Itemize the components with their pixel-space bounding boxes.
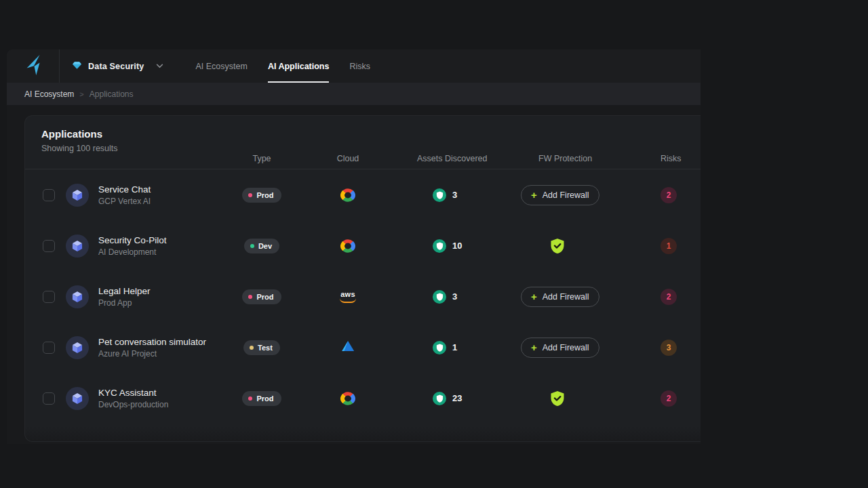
assets-shield-icon <box>433 239 446 253</box>
column-header-type: Type <box>222 154 302 163</box>
gcp-cloud-icon <box>340 188 355 201</box>
env-dot-icon <box>248 295 252 299</box>
table-row[interactable]: KYC Assistant DevOps-production Prod 23 <box>25 373 701 424</box>
app-cube-icon <box>66 235 89 258</box>
app-name[interactable]: Legal Helper <box>98 286 151 296</box>
risk-count-badge[interactable]: 1 <box>660 238 677 254</box>
env-dot-icon <box>248 193 252 197</box>
assets-count: 23 <box>452 393 462 403</box>
azure-cloud-icon <box>341 340 355 355</box>
fw-cell: + Add Firewall <box>500 287 629 307</box>
content-area: Applications Showing 100 results Type Cl… <box>7 105 701 444</box>
tab-ai-ecosystem[interactable]: AI Ecosystem <box>196 49 248 83</box>
risk-count-badge[interactable]: 3 <box>660 340 677 356</box>
fw-cell <box>500 390 629 407</box>
aws-cloud-icon: aws <box>340 291 356 303</box>
table-row[interactable]: Pet conversation simulator Azure AI Proj… <box>25 322 701 373</box>
app-cube-icon <box>66 184 89 207</box>
app-cube-icon <box>66 336 89 359</box>
nav-tabs: AI Ecosystem AI Applications Risks <box>196 49 371 83</box>
row-checkbox[interactable] <box>43 342 55 354</box>
app-name[interactable]: KYC Assistant <box>98 388 168 398</box>
assets-count: 3 <box>452 291 457 302</box>
app-subtitle: Azure AI Project <box>98 349 206 359</box>
cloud-cell <box>302 391 394 406</box>
env-dot-icon <box>250 244 254 248</box>
row-checkbox[interactable] <box>43 291 55 303</box>
add-firewall-button[interactable]: + Add Firewall <box>521 185 599 205</box>
plus-icon: + <box>531 190 537 200</box>
results-count: Showing 100 results <box>41 144 118 153</box>
table-row[interactable]: Legal Helper Prod App Prod aws 3 + Add F… <box>25 271 701 322</box>
product-switcher[interactable]: Data Security <box>60 49 176 83</box>
table-rows: Service Chat GCP Vertex AI Prod 3 + Add … <box>25 169 701 424</box>
assets-count: 1 <box>452 342 457 352</box>
app-cube-icon <box>66 285 89 308</box>
firewall-protected-shield-icon <box>550 390 565 407</box>
env-dot-icon <box>248 396 252 401</box>
add-firewall-button[interactable]: + Add Firewall <box>521 287 599 307</box>
env-type-badge: Prod <box>242 391 281 406</box>
assets-shield-icon <box>433 392 446 405</box>
app-subtitle: AI Development <box>98 247 167 257</box>
tab-risks[interactable]: Risks <box>349 49 370 83</box>
fw-cell: + Add Firewall <box>500 338 629 358</box>
firewall-protected-shield-icon <box>550 238 565 254</box>
brand-logo-icon <box>25 54 41 79</box>
cloud-cell <box>302 239 394 253</box>
top-nav: Data Security AI Ecosystem AI Applicatio… <box>7 49 701 83</box>
env-dot-icon <box>250 346 254 350</box>
env-type-badge: Prod <box>242 188 281 203</box>
fw-cell <box>500 238 629 254</box>
column-header-risks: Risks <box>629 154 701 163</box>
app-cube-icon <box>66 387 89 410</box>
fw-cell: + Add Firewall <box>500 185 629 205</box>
app-name[interactable]: Pet conversation simulator <box>98 337 206 347</box>
cloud-cell <box>302 340 394 355</box>
env-type-label: Prod <box>256 394 273 403</box>
chevron-down-icon <box>156 64 163 68</box>
add-firewall-button[interactable]: + Add Firewall <box>521 338 599 358</box>
assets-count: 10 <box>452 241 462 251</box>
app-subtitle: GCP Vertex AI <box>98 197 151 206</box>
assets-shield-icon <box>433 341 446 354</box>
assets-shield-icon <box>433 290 446 304</box>
breadcrumb-ai-ecosystem[interactable]: AI Ecosystem <box>24 89 74 99</box>
column-header-cloud: Cloud <box>302 154 394 163</box>
breadcrumb-separator: > <box>79 90 83 98</box>
risk-count-badge[interactable]: 2 <box>660 187 677 203</box>
table-row[interactable]: Service Chat GCP Vertex AI Prod 3 + Add … <box>25 169 701 220</box>
row-checkbox[interactable] <box>43 189 55 201</box>
table-header-row: Applications Showing 100 results Type Cl… <box>25 116 701 169</box>
row-checkbox[interactable] <box>43 240 55 252</box>
app-name[interactable]: Service Chat <box>98 184 151 195</box>
env-type-label: Prod <box>256 293 273 301</box>
cloud-cell: aws <box>302 291 394 303</box>
env-type-badge: Test <box>243 340 280 355</box>
risk-count-badge[interactable]: 2 <box>660 390 677 407</box>
column-header-fw: FW Protection <box>500 154 629 163</box>
gcp-cloud-icon <box>340 239 355 252</box>
column-header-assets: Assets Discovered <box>394 154 500 163</box>
app-subtitle: Prod App <box>98 298 151 308</box>
app-subtitle: DevOps-production <box>98 400 168 409</box>
row-checkbox[interactable] <box>43 392 55 405</box>
assets-count: 3 <box>452 190 457 200</box>
app-name[interactable]: Security Co-Pilot <box>98 235 167 245</box>
brand-logo[interactable] <box>7 49 60 83</box>
env-type-badge: Dev <box>244 239 279 253</box>
table-row-partial[interactable] <box>25 424 701 442</box>
app-window: Data Security AI Ecosystem AI Applicatio… <box>7 49 701 444</box>
breadcrumb: AI Ecosystem > Applications <box>7 83 701 105</box>
risk-count-badge[interactable]: 2 <box>660 289 677 305</box>
cloud-cell <box>302 188 394 203</box>
env-type-label: Prod <box>256 191 273 199</box>
gem-icon <box>72 60 82 73</box>
applications-card: Applications Showing 100 results Type Cl… <box>24 115 701 442</box>
env-type-badge: Prod <box>242 289 281 304</box>
tab-ai-applications[interactable]: AI Applications <box>268 49 330 83</box>
table-row[interactable]: Security Co-Pilot AI Development Dev 10 <box>25 220 701 271</box>
breadcrumb-applications: Applications <box>90 89 134 99</box>
plus-icon: + <box>531 342 537 352</box>
env-type-label: Dev <box>258 242 272 250</box>
